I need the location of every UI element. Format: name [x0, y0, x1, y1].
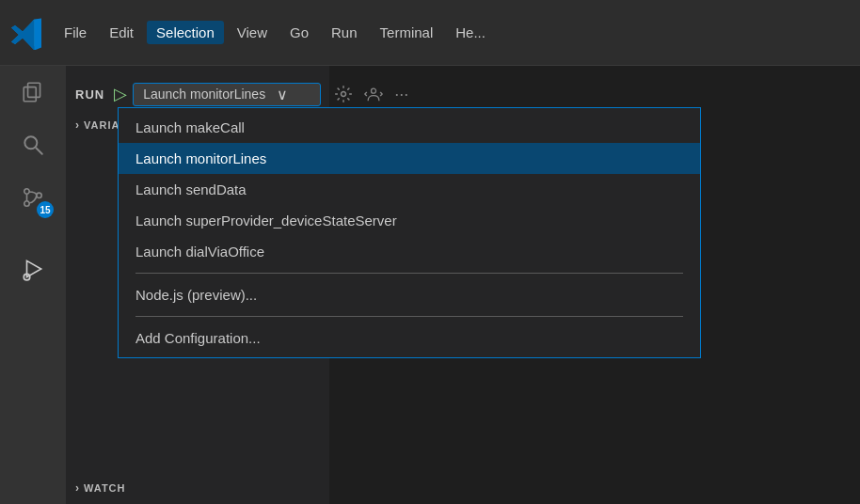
vscode-logo-icon: [9, 16, 43, 50]
menu-edit[interactable]: Edit: [100, 21, 143, 44]
activity-bar: 15: [0, 66, 66, 504]
toolbar-icons: [330, 81, 387, 107]
svg-point-9: [342, 92, 346, 97]
open-config-button[interactable]: [330, 81, 357, 107]
gear-icon: [334, 85, 353, 103]
chevron-down-icon: ∨: [277, 86, 288, 103]
menu-view[interactable]: View: [228, 21, 277, 44]
activity-source-control[interactable]: 15: [16, 181, 50, 214]
menu-selection[interactable]: Selection: [147, 21, 224, 44]
chevron-right-icon-watch: ›: [75, 481, 80, 495]
debug-console-button[interactable]: [360, 81, 387, 107]
dropdown-item-monitorlines[interactable]: Launch monitorLines: [119, 143, 700, 174]
debug-icon: [364, 85, 383, 103]
dropdown-divider-1: [135, 273, 683, 274]
dropdown-item-add-config[interactable]: Add Configuration...: [119, 323, 700, 354]
dropdown-item-dialviaoffice[interactable]: Launch dialViaOffice: [119, 236, 700, 267]
svg-rect-1: [28, 83, 40, 97]
watch-section-header[interactable]: › WATCH: [75, 478, 320, 498]
dropdown-item-nodejs[interactable]: Node.js (preview)...: [119, 279, 700, 310]
activity-run-debug[interactable]: [16, 252, 50, 286]
main-area: 15 RUN ▷ Launch monitorLines ∨: [0, 66, 860, 504]
run-play-button[interactable]: ▷: [114, 84, 127, 104]
menu-help[interactable]: He...: [446, 21, 495, 44]
watch-label: WATCH: [84, 482, 126, 494]
menu-file[interactable]: File: [55, 21, 96, 44]
svg-point-4: [24, 189, 29, 194]
svg-point-10: [372, 88, 376, 93]
chevron-right-icon: ›: [75, 118, 80, 132]
config-dropdown-trigger[interactable]: Launch monitorLines ∨: [133, 83, 321, 106]
activity-explorer[interactable]: [16, 75, 50, 109]
menu-terminal[interactable]: Terminal: [371, 21, 443, 44]
config-dropdown-menu: Launch makeCall Launch monitorLines Laun…: [118, 107, 701, 358]
dropdown-item-senddata[interactable]: Launch sendData: [119, 174, 700, 205]
dropdown-divider-2: [135, 316, 683, 317]
svg-line-3: [36, 148, 42, 154]
svg-point-5: [24, 201, 29, 206]
run-debug-icon: [21, 257, 45, 281]
svg-point-2: [24, 136, 37, 149]
source-control-badge: 15: [37, 201, 54, 218]
search-icon: [21, 133, 45, 157]
activity-search[interactable]: [16, 128, 50, 162]
svg-rect-0: [24, 87, 36, 102]
config-dropdown-label: Launch monitorLines: [143, 87, 265, 102]
menu-run[interactable]: Run: [322, 21, 367, 44]
run-label: RUN: [75, 87, 104, 102]
menu-go[interactable]: Go: [280, 21, 318, 44]
sidebar-panel: RUN ▷ Launch monitorLines ∨: [66, 66, 329, 504]
dropdown-item-makecall[interactable]: Launch makeCall: [119, 112, 700, 143]
dropdown-item-superprovider[interactable]: Launch superProvider_deviceStateServer: [119, 205, 700, 236]
menu-bar: File Edit Selection View Go Run Terminal…: [0, 0, 860, 66]
explorer-icon: [21, 80, 45, 104]
more-options-button[interactable]: ···: [394, 85, 408, 104]
